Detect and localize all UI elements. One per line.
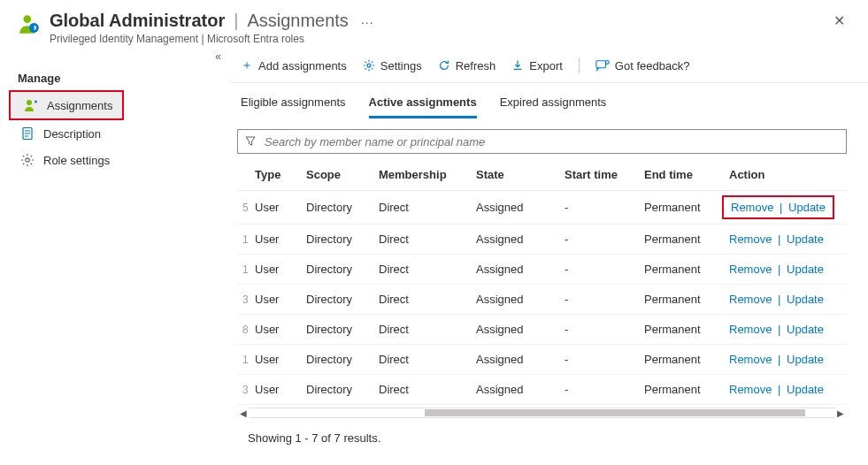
page-subtitle: Assignments	[247, 11, 349, 31]
column-action[interactable]: Action	[724, 159, 847, 191]
tab-expired-assignments[interactable]: Expired assignments	[500, 95, 607, 118]
table-row: 1UserDirectoryDirectAssigned-PermanentRe…	[237, 255, 847, 285]
column-start-time[interactable]: Start time	[559, 159, 639, 191]
svg-rect-10	[596, 61, 606, 68]
update-link[interactable]: Update	[787, 232, 824, 246]
page-title: Global Administrator	[50, 11, 225, 31]
gear-icon	[20, 153, 35, 167]
role-person-icon	[18, 12, 41, 35]
table-row: 1UserDirectoryDirectAssigned-PermanentRe…	[237, 345, 847, 375]
svg-point-2	[27, 100, 32, 105]
export-button[interactable]: Export	[511, 59, 563, 72]
gear-icon	[363, 59, 375, 72]
column-type[interactable]: Type	[250, 159, 301, 191]
toolbar-label: Settings	[380, 59, 422, 72]
sidebar-item-assignments[interactable]: Assignments	[11, 92, 122, 118]
update-link[interactable]: Update	[787, 353, 824, 366]
update-link[interactable]: Update	[787, 293, 824, 306]
person-plus-icon	[24, 98, 38, 112]
remove-link[interactable]: Remove	[729, 263, 772, 276]
column-scope[interactable]: Scope	[301, 159, 373, 191]
result-count: Showing 1 - 7 of 7 results.	[230, 419, 868, 445]
download-icon	[511, 59, 524, 72]
update-link[interactable]: Update	[787, 383, 824, 396]
collapse-sidebar-icon[interactable]: «	[215, 50, 221, 63]
sidebar-item-description[interactable]: Description	[7, 120, 230, 147]
horizontal-scrollbar[interactable]: ◀ ▶	[237, 407, 847, 419]
sidebar-item-label: Description	[43, 127, 101, 141]
filter-icon	[245, 136, 256, 147]
toolbar-divider	[579, 57, 580, 73]
refresh-button[interactable]: Refresh	[438, 59, 496, 72]
feedback-icon	[595, 59, 610, 72]
remove-link[interactable]: Remove	[729, 232, 772, 246]
toolbar-label: Refresh	[456, 59, 496, 72]
table-row: 1UserDirectoryDirectAssigned-PermanentRe…	[237, 225, 847, 255]
close-icon[interactable]: ✕	[828, 7, 850, 34]
svg-point-0	[24, 15, 32, 23]
svg-point-7	[26, 158, 29, 162]
title-separator: |	[234, 11, 238, 31]
scroll-thumb[interactable]	[425, 409, 805, 416]
scroll-right-icon[interactable]: ▶	[834, 408, 847, 418]
feedback-button[interactable]: Got feedback?	[595, 59, 690, 72]
sidebar-item-role-settings[interactable]: Role settings	[7, 147, 230, 173]
settings-button[interactable]: Settings	[363, 59, 422, 72]
update-link[interactable]: Update	[788, 201, 826, 214]
update-link[interactable]: Update	[787, 263, 824, 276]
assignments-table: TypeScopeMembershipStateStart timeEnd ti…	[237, 159, 847, 405]
breadcrumb: Privileged Identity Management | Microso…	[50, 33, 828, 45]
document-icon	[20, 126, 35, 141]
toolbar-label: Export	[529, 59, 563, 72]
search-input[interactable]	[263, 134, 839, 149]
scroll-track[interactable]	[250, 408, 834, 418]
remove-link[interactable]: Remove	[731, 201, 773, 214]
column-membership[interactable]: Membership	[373, 159, 471, 191]
table-row: 8UserDirectoryDirectAssigned-PermanentRe…	[237, 315, 847, 345]
column-state[interactable]: State	[471, 159, 559, 191]
remove-link[interactable]: Remove	[729, 383, 772, 396]
svg-point-8	[367, 64, 371, 67]
remove-link[interactable]: Remove	[729, 353, 772, 366]
add-assignments-button[interactable]: ＋ Add assignments	[241, 57, 347, 73]
toolbar-label: Got feedback?	[615, 59, 690, 72]
remove-link[interactable]: Remove	[729, 323, 772, 336]
toolbar-label: Add assignments	[258, 59, 347, 72]
sidebar-item-label: Role settings	[43, 154, 110, 167]
scroll-left-icon[interactable]: ◀	[237, 408, 250, 418]
update-link[interactable]: Update	[787, 323, 824, 336]
sidebar-item-label: Assignments	[47, 99, 112, 112]
refresh-icon	[438, 59, 450, 72]
table-row: 5UserDirectoryDirectAssigned-PermanentRe…	[237, 191, 847, 225]
column-end-time[interactable]: End time	[639, 159, 724, 191]
plus-icon: ＋	[241, 57, 253, 73]
more-dots-icon[interactable]: ···	[357, 15, 374, 29]
remove-link[interactable]: Remove	[729, 293, 772, 306]
table-row: 3UserDirectoryDirectAssigned-PermanentRe…	[237, 285, 847, 315]
sidebar-section-manage: Manage	[7, 49, 230, 90]
tab-eligible-assignments[interactable]: Eligible assignments	[241, 95, 346, 118]
table-row: 3UserDirectoryDirectAssigned-PermanentRe…	[237, 375, 847, 405]
search-box[interactable]	[237, 129, 847, 154]
tab-active-assignments[interactable]: Active assignments	[369, 95, 477, 118]
